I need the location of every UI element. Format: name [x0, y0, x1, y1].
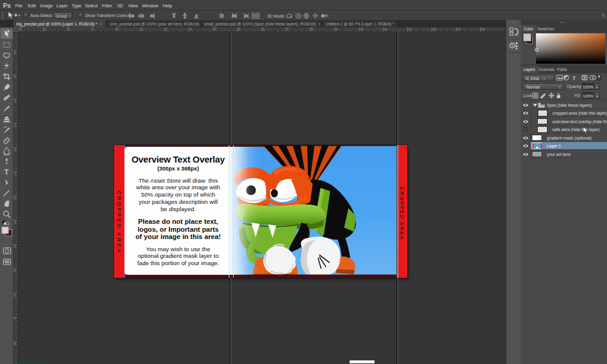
svg-text:3D Mode:: 3D Mode: [267, 14, 285, 18]
svg-text:T: T [4, 168, 9, 177]
svg-text:T: T [572, 75, 576, 81]
